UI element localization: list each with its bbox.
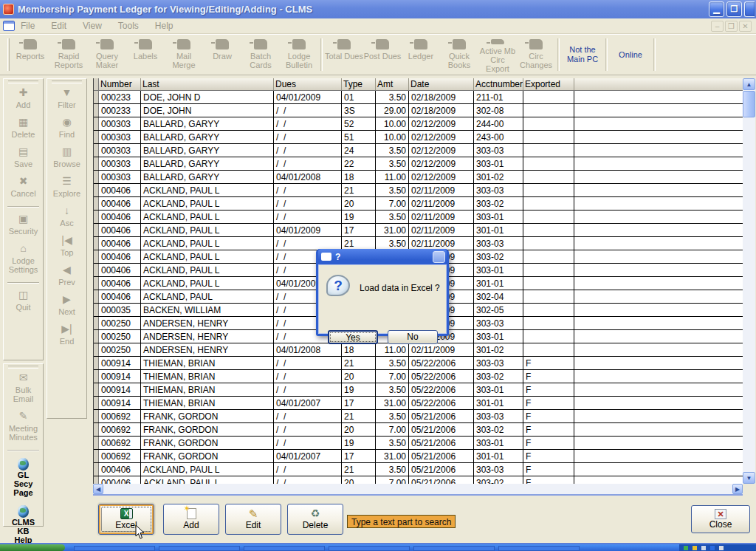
sidebar-item-add[interactable]: ✚Add — [4, 88, 43, 109]
system-menu-icon[interactable] — [3, 21, 15, 31]
scroll-right-icon[interactable]: ▶ — [732, 484, 743, 494]
row-selector[interactable] — [94, 330, 99, 343]
sidebar-item-explore[interactable]: ☰Explore — [47, 177, 86, 198]
toolbar-button-query-maker[interactable]: Query Maker — [88, 36, 126, 73]
toolbar-button-ledger[interactable]: Ledger — [402, 36, 440, 73]
sidebar-item-cancel[interactable]: ✖Cancel — [4, 177, 43, 198]
menu-item-edit[interactable]: Edit — [51, 21, 66, 31]
column-header-amt[interactable]: Amt — [376, 78, 409, 90]
row-selector[interactable] — [94, 131, 99, 143]
toolbar-button-rapid-reports[interactable]: Rapid Reports — [49, 36, 88, 73]
scroll-left-icon[interactable]: ◀ — [93, 484, 103, 494]
row-selector[interactable] — [94, 450, 99, 462]
sidebar-item-meeting-minutes[interactable]: ✎MeetingMinutes — [4, 411, 43, 442]
taskbar-item[interactable] — [498, 546, 580, 551]
toolbar-button-reports[interactable]: Reports — [11, 36, 49, 73]
table-row[interactable]: 000406ACKLAND, PAUL L/ /213.5002/11/2009… — [94, 184, 743, 197]
scroll-down-icon[interactable]: ▼ — [743, 472, 755, 484]
vertical-scrollbar[interactable]: ▲ ▼ — [743, 78, 755, 484]
column-header-exported[interactable]: Exported — [523, 78, 574, 90]
taskbar-item[interactable] — [329, 546, 410, 551]
sidebar-item-delete[interactable]: ▦Delete — [4, 117, 43, 139]
table-row[interactable]: 000692FRANK, GORDON/ /193.5005/21/200630… — [94, 437, 743, 450]
table-row[interactable]: 000692FRANK, GORDON/ /213.5005/21/200630… — [94, 410, 743, 423]
menu-item-file[interactable]: File — [21, 21, 35, 31]
toolbar-button-active-mb-circ-export[interactable]: Active Mb Circ Export — [478, 36, 517, 73]
toolbar-button-total-dues[interactable]: Total Dues — [325, 36, 363, 73]
sidebar-item-clms-kb-help[interactable]: CLMSKBHelp — [4, 505, 43, 544]
sidebar-item-end[interactable]: ▶|End — [47, 324, 86, 346]
sidebar-item-browse[interactable]: ▥Browse — [47, 147, 86, 168]
table-row[interactable]: 000406ACKLAND, PAUL L/ /193.5002/11/2009… — [94, 211, 743, 224]
minimize-button[interactable]: ▁ — [709, 1, 724, 17]
tray-icon[interactable] — [693, 546, 697, 550]
column-header-number[interactable]: Number — [99, 78, 141, 90]
row-selector[interactable] — [94, 157, 99, 170]
taskbar-item[interactable] — [413, 546, 495, 551]
toolbar-button-mail-merge[interactable]: Mail Merge — [165, 36, 203, 73]
column-header-type[interactable]: Type — [342, 78, 376, 90]
table-row[interactable]: 000406ACKLAND, PAUL L/ /213.5005/21/2006… — [94, 463, 743, 476]
tray-icon[interactable] — [719, 546, 724, 550]
row-selector[interactable] — [94, 423, 99, 436]
toolbar-button-lodge-bulletin[interactable]: Lodge Bulletin — [280, 36, 318, 73]
row-selector[interactable] — [94, 357, 99, 369]
row-selector[interactable] — [94, 224, 99, 236]
row-selector[interactable] — [94, 197, 99, 210]
taskbar-item[interactable] — [244, 546, 325, 551]
sidebar-item-quit[interactable]: ◫Quit — [4, 290, 43, 312]
row-selector[interactable] — [94, 264, 99, 276]
toolbar-button-post-dues[interactable]: Post Dues — [363, 36, 402, 73]
toolbar-button-quick-books[interactable]: Quick Books — [440, 36, 478, 73]
menu-item-tools[interactable]: Tools — [118, 21, 139, 31]
row-selector[interactable] — [94, 104, 99, 117]
row-selector[interactable] — [94, 144, 99, 157]
row-selector[interactable] — [94, 437, 99, 449]
table-row[interactable]: 000233DOE, JOHN/ /3S29.0002/18/2009302-0… — [94, 104, 743, 117]
row-selector[interactable] — [94, 237, 99, 250]
table-row[interactable]: 000303BALLARD, GARYY04/01/20081811.0002/… — [94, 171, 743, 184]
row-selector[interactable] — [94, 117, 99, 130]
sidebar-item-find[interactable]: ◉Find — [47, 117, 86, 139]
row-selector[interactable] — [94, 277, 99, 290]
restore-button[interactable]: ❒ — [726, 1, 742, 17]
row-selector[interactable] — [94, 383, 99, 396]
table-row[interactable]: 000914THIEMAN, BRIAN/ /207.0005/22/20063… — [94, 370, 743, 383]
table-row[interactable]: 000250ANDERSEN, HENRY04/01/20081811.0002… — [94, 343, 743, 357]
close-button[interactable] — [744, 1, 755, 17]
dialog-close-button[interactable] — [433, 251, 445, 263]
column-header-dues[interactable]: Dues — [274, 78, 342, 90]
start-button[interactable] — [0, 544, 65, 551]
table-row[interactable]: 000303BALLARD, GARYY/ /223.5002/12/20093… — [94, 157, 743, 171]
table-row[interactable]: 000303BALLARD, GARYY/ /243.5002/12/20093… — [94, 144, 743, 157]
toolbar-button-batch-cards[interactable]: Batch Cards — [241, 36, 280, 73]
row-selector[interactable] — [94, 211, 99, 223]
taskbar-item[interactable] — [74, 546, 155, 551]
table-row[interactable]: 000914THIEMAN, BRIAN/ /213.5005/22/20063… — [94, 357, 743, 370]
yes-button[interactable]: Yes — [328, 330, 378, 344]
table-row[interactable]: 000692FRANK, GORDON04/01/20071731.0005/2… — [94, 450, 743, 463]
close-form-button[interactable]: ✕ Close — [691, 505, 750, 533]
sidebar-item-bulk-email[interactable]: ✉BulkEmail — [4, 373, 43, 403]
row-selector[interactable] — [94, 410, 99, 422]
menu-item-view[interactable]: View — [83, 21, 102, 31]
row-selector[interactable] — [94, 317, 99, 329]
table-row[interactable]: 000406ACKLAND, PAUL L04/01/20091731.0002… — [94, 224, 743, 237]
vertical-scroll-thumb[interactable] — [743, 91, 755, 117]
scroll-up-icon[interactable]: ▲ — [743, 78, 755, 90]
sidebar-item-asc[interactable]: ↓Asc — [47, 206, 86, 227]
table-row[interactable]: 000233DOE, JOHN D04/01/2009013.5002/18/2… — [94, 91, 743, 104]
horizontal-scrollbar[interactable]: ◀ ▶ — [93, 484, 743, 494]
row-selector[interactable] — [94, 304, 99, 316]
row-selector[interactable] — [94, 184, 99, 196]
table-row[interactable]: 000303BALLARD, GARYY/ /5110.0002/12/2009… — [94, 131, 743, 144]
table-row[interactable]: 000914THIEMAN, BRIAN/ /193.5005/22/20063… — [94, 383, 743, 397]
row-selector[interactable] — [94, 171, 99, 183]
table-row[interactable]: 000303BALLARD, GARYY/ /5210.0002/12/2009… — [94, 117, 743, 131]
table-row[interactable]: 000406ACKLAND, PAUL L/ /207.0002/11/2009… — [94, 197, 743, 211]
sidebar-item-prev[interactable]: ◀Prev — [47, 265, 86, 287]
add-record-button[interactable]: Add — [163, 504, 219, 535]
tray-icon[interactable] — [684, 546, 688, 550]
sidebar-item-next[interactable]: ▶Next — [47, 295, 86, 316]
row-selector[interactable] — [94, 463, 99, 476]
